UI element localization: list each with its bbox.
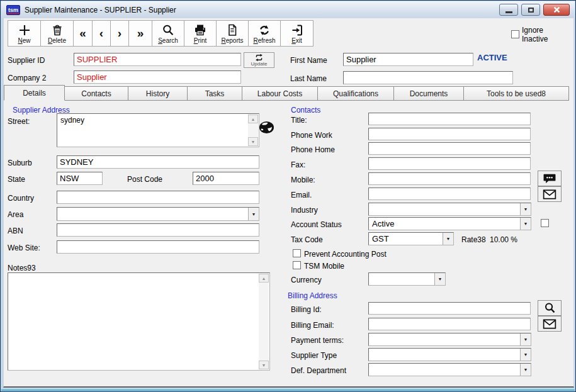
chevron-down-icon[interactable]: ▼ [520, 218, 531, 230]
close-icon [553, 6, 560, 13]
area-dropdown[interactable]: ▼ [57, 207, 259, 221]
tab-labour-costs[interactable]: Labour Costs [242, 86, 318, 101]
last-record-button[interactable]: » [128, 20, 152, 47]
country-input[interactable] [57, 191, 259, 204]
currency-label: Currency [291, 276, 322, 284]
search-button[interactable]: Search [152, 20, 184, 47]
first-name-input[interactable] [343, 53, 473, 66]
tab-tasks[interactable]: Tasks [187, 86, 242, 101]
phone-home-input[interactable] [368, 142, 531, 155]
currency-dropdown[interactable]: ▼ [368, 272, 446, 286]
main-toolbar: New Delete « ‹ › » Search Print Reports [8, 20, 313, 47]
supplier-type-dropdown[interactable]: ▼ [368, 348, 531, 361]
scroll-up-icon[interactable]: ▲ [259, 274, 269, 283]
chevron-down-icon[interactable]: ▼ [520, 203, 531, 215]
web-site-label: Web Site: [8, 244, 40, 252]
globe-icon[interactable] [258, 120, 275, 137]
payment-terms-dropdown[interactable]: ▼ [368, 333, 531, 346]
company2-input[interactable] [74, 70, 241, 84]
tax-code-label: Tax Code [291, 235, 323, 244]
chevron-down-icon[interactable]: ▼ [443, 233, 453, 245]
fax-input[interactable] [368, 157, 531, 170]
app-window: tsm Supplier Maintenance - SUPPLIER - Su… [0, 0, 576, 392]
notes-scrollbar[interactable]: ▲ ▼ [259, 274, 269, 369]
first-record-button[interactable]: « [73, 20, 93, 47]
magnifier-icon [544, 302, 556, 314]
minimize-button[interactable] [499, 4, 518, 16]
delete-button[interactable]: Delete [40, 20, 74, 47]
previous-record-button[interactable]: ‹ [92, 20, 111, 47]
chevron-down-icon[interactable]: ▼ [434, 273, 445, 285]
tab-documents[interactable]: Documents [393, 86, 464, 101]
abn-input[interactable] [57, 223, 259, 237]
chevron-down-icon[interactable]: ▼ [248, 208, 259, 220]
sms-button[interactable] [538, 171, 562, 186]
scroll-down-icon[interactable]: ▼ [259, 361, 269, 369]
title-bar[interactable]: tsm Supplier Maintenance - SUPPLIER - Su… [1, 1, 575, 18]
web-site-input[interactable] [57, 240, 259, 254]
speech-bubble-icon [543, 173, 556, 184]
supplier-type-label: Supplier Type [291, 351, 337, 360]
title-label: Title: [291, 116, 307, 125]
send-email-button[interactable] [538, 186, 562, 202]
supplier-id-label: Supplier ID [8, 56, 45, 65]
client-area: New Delete « ‹ › » Search Print Reports [3, 18, 574, 388]
scroll-down-icon[interactable]: ▼ [248, 137, 258, 146]
rate-value: 10.00 % [490, 235, 517, 244]
billing-id-label: Billing Id: [291, 305, 322, 314]
exit-button[interactable]: Exit [280, 20, 313, 47]
post-code-label: Post Code [127, 175, 162, 184]
tab-history[interactable]: History [128, 86, 188, 101]
billing-id-input[interactable] [368, 302, 531, 315]
ignore-inactive-checkbox[interactable] [511, 30, 519, 38]
billing-email-input[interactable] [368, 318, 531, 330]
phone-work-input[interactable] [368, 128, 531, 140]
new-button[interactable]: New [8, 20, 41, 47]
prevent-accounting-post-checkbox[interactable] [293, 249, 301, 257]
reports-button[interactable]: Reports [216, 20, 249, 47]
billing-email-button[interactable] [538, 316, 562, 332]
tab-contacts[interactable]: Contacts [64, 86, 128, 101]
suburb-input[interactable] [57, 155, 259, 169]
area-label: Area [8, 210, 23, 219]
email-input[interactable] [368, 188, 531, 200]
plus-icon [18, 23, 31, 37]
envelope-icon [543, 189, 556, 199]
next-record-button[interactable]: › [110, 20, 129, 47]
mobile-input[interactable] [368, 172, 531, 185]
street-scrollbar[interactable]: ▲ ▼ [248, 115, 258, 146]
title-input[interactable] [368, 113, 531, 125]
update-button[interactable]: Update [244, 52, 274, 68]
def-department-label: Def. Department [291, 366, 346, 375]
supplier-id-input[interactable] [74, 53, 241, 66]
tab-tools-to-be-used[interactable]: Tools to be used8 [463, 86, 569, 101]
phone-home-label: Phone Home [291, 145, 335, 154]
post-code-input[interactable] [193, 172, 259, 185]
tab-qualifications[interactable]: Qualifications [317, 86, 394, 101]
notes-label: Notes93 [8, 264, 36, 272]
window-title: Supplier Maintenance - SUPPLIER - Suppli… [25, 6, 176, 14]
account-status-dropdown[interactable]: Active ▼ [368, 217, 531, 230]
chevron-down-icon[interactable]: ▼ [520, 349, 531, 361]
chevron-down-icon[interactable]: ▼ [520, 333, 531, 345]
tab-details[interactable]: Details [4, 85, 65, 101]
account-status-checkbox[interactable] [541, 219, 549, 227]
industry-dropdown[interactable]: ▼ [368, 203, 531, 216]
maximize-button[interactable] [521, 4, 540, 16]
payment-terms-label: Payment terms: [291, 336, 344, 345]
def-department-dropdown[interactable]: ▼ [368, 363, 531, 376]
scroll-up-icon[interactable]: ▲ [248, 115, 258, 123]
close-button[interactable] [543, 4, 570, 16]
tsm-mobile-checkbox[interactable] [293, 261, 301, 269]
chevron-right-icon: › [118, 21, 121, 46]
state-input[interactable] [57, 172, 103, 185]
industry-label: Industry [291, 206, 318, 215]
street-input[interactable]: sydney ▲ ▼ [57, 113, 259, 147]
print-button[interactable]: Print [184, 20, 217, 47]
notes-input[interactable]: ▲ ▼ [8, 272, 270, 371]
chevron-down-icon[interactable]: ▼ [520, 364, 531, 376]
billing-id-search-button[interactable] [538, 300, 562, 316]
last-name-input[interactable] [343, 71, 513, 84]
refresh-button[interactable]: Refresh [248, 20, 281, 47]
tax-code-dropdown[interactable]: GST ▼ [368, 232, 454, 245]
